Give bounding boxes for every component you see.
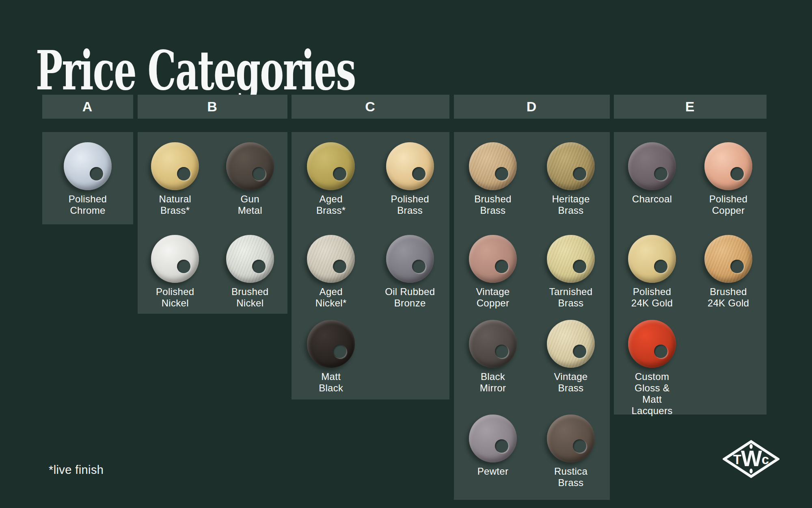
swatch-hole-icon: [573, 345, 586, 358]
category-d-letter: D: [527, 99, 538, 115]
swatch-matt-black: [307, 320, 355, 368]
finish-brushed-24k-gold: Brushed 24K Gold: [690, 235, 767, 309]
finish-pewter: Pewter: [454, 415, 532, 477]
finish-aged-brass: Aged Brass*: [292, 142, 371, 216]
swatch-gun-metal: [226, 142, 274, 190]
category-b-letter: B: [207, 99, 218, 115]
label-natural-brass: Natural Brass*: [159, 193, 191, 216]
label-brushed-brass: Brushed Brass: [474, 193, 512, 216]
swatch-hole-icon: [573, 167, 586, 180]
swatch-tarnished-brass: [547, 235, 595, 283]
swatch-hole-icon: [654, 345, 667, 358]
category-b-panel: Natural Brass*Gun MetalPolished NickelBr…: [138, 132, 287, 314]
finish-matt-black: Matt Black: [292, 320, 371, 394]
swatch-hole-icon: [573, 260, 586, 273]
category-c-header: C: [292, 95, 449, 119]
swatch-hole-icon: [573, 439, 586, 453]
swatch-polished-nickel: [151, 235, 199, 283]
swatch-polished-chrome: [64, 142, 112, 190]
swatch-hole-icon: [177, 260, 190, 273]
label-vintage-copper: Vintage Copper: [476, 286, 510, 309]
finish-tarnished-brass: Tarnished Brass: [532, 235, 610, 309]
swatch-black-mirror: [469, 320, 517, 368]
swatch-hole-icon: [333, 167, 346, 180]
finish-rustica-brass: Rustica Brass: [532, 415, 610, 488]
swatch-hole-icon: [333, 260, 346, 273]
label-polished-chrome: Polished Chrome: [69, 193, 107, 216]
label-custom-lacquers: Custom Gloss & Matt Lacquers: [631, 371, 672, 417]
swatch-hole-icon: [252, 167, 266, 180]
swatch-hole-icon: [177, 167, 190, 180]
swatch-custom-lacquers: [628, 320, 676, 368]
label-oil-rubbed-bronze: Oil Rubbed Bronze: [385, 286, 435, 309]
category-c-letter: C: [365, 99, 376, 115]
label-heritage-brass: Heritage Brass: [552, 193, 590, 216]
label-polished-nickel: Polished Nickel: [156, 286, 194, 309]
finish-heritage-brass: Heritage Brass: [532, 142, 610, 216]
swatch-polished-brass: [386, 142, 434, 190]
finish-custom-lacquers: Custom Gloss & Matt Lacquers: [614, 320, 690, 417]
label-aged-nickel: Aged Nickel*: [315, 286, 347, 309]
swatch-hole-icon: [412, 167, 425, 180]
finish-oil-rubbed-bronze: Oil Rubbed Bronze: [371, 235, 450, 309]
finish-vintage-brass: Vintage Brass: [532, 320, 610, 394]
finish-brushed-brass: Brushed Brass: [454, 142, 532, 216]
swatch-vintage-brass: [547, 320, 595, 368]
swatch-aged-nickel: [307, 235, 355, 283]
category-d-panel: Brushed BrassHeritage BrassVintage Coppe…: [454, 132, 610, 500]
swatch-vintage-copper: [469, 235, 517, 283]
swatch-brushed-24k-gold: [704, 235, 752, 283]
label-rustica-brass: Rustica Brass: [554, 466, 587, 488]
label-brushed-nickel: Brushed Nickel: [231, 286, 269, 309]
category-e-letter: E: [685, 99, 695, 115]
category-e-header: E: [614, 95, 767, 119]
category-a-letter: A: [82, 99, 93, 115]
swatch-polished-copper: [704, 142, 752, 190]
category-e-panel: CharcoalPolished CopperPolished 24K Gold…: [614, 132, 767, 415]
label-tarnished-brass: Tarnished Brass: [549, 286, 593, 309]
page-title: Price Categories: [36, 41, 355, 101]
twc-logo: TWc: [723, 440, 780, 479]
label-aged-brass: Aged Brass*: [316, 193, 346, 216]
swatch-rustica-brass: [547, 415, 595, 462]
finish-vintage-copper: Vintage Copper: [454, 235, 532, 309]
finish-natural-brass: Natural Brass*: [138, 142, 213, 216]
label-gun-metal: Gun Metal: [238, 193, 262, 216]
swatch-heritage-brass: [547, 142, 595, 190]
finish-brushed-nickel: Brushed Nickel: [213, 235, 288, 309]
label-brushed-24k-gold: Brushed 24K Gold: [708, 286, 749, 309]
swatch-hole-icon: [495, 439, 508, 453]
finish-aged-nickel: Aged Nickel*: [292, 235, 371, 309]
price-categories-poster: Price Categories APolished ChromeBNatura…: [0, 0, 812, 508]
swatch-hole-icon: [495, 260, 508, 273]
swatch-charcoal: [628, 142, 676, 190]
label-charcoal: Charcoal: [632, 193, 672, 205]
category-c-panel: Aged Brass*Polished BrassAged Nickel*Oil…: [292, 132, 449, 399]
swatch-pewter: [469, 415, 517, 462]
swatch-hole-icon: [730, 167, 744, 180]
finish-polished-24k-gold: Polished 24K Gold: [614, 235, 690, 309]
label-polished-brass: Polished Brass: [391, 193, 429, 216]
label-matt-black: Matt Black: [319, 371, 343, 394]
swatch-hole-icon: [333, 345, 346, 358]
category-a-header: A: [42, 95, 133, 119]
swatch-brushed-brass: [469, 142, 517, 190]
category-d-header: D: [454, 95, 610, 119]
swatch-hole-icon: [252, 260, 266, 273]
swatch-natural-brass: [151, 142, 199, 190]
swatch-hole-icon: [654, 260, 667, 273]
swatch-hole-icon: [654, 167, 667, 180]
finish-polished-copper: Polished Copper: [690, 142, 767, 216]
swatch-hole-icon: [730, 260, 744, 273]
category-b-header: B: [138, 95, 287, 119]
finish-polished-brass: Polished Brass: [371, 142, 450, 216]
swatch-hole-icon: [495, 167, 508, 180]
finish-gun-metal: Gun Metal: [213, 142, 288, 216]
swatch-aged-brass: [307, 142, 355, 190]
swatch-hole-icon: [412, 260, 425, 273]
finish-charcoal: Charcoal: [614, 142, 690, 205]
category-a-panel: Polished Chrome: [42, 132, 133, 224]
finish-polished-chrome: Polished Chrome: [42, 142, 133, 216]
swatch-hole-icon: [90, 167, 103, 180]
finish-black-mirror: Black Mirror: [454, 320, 532, 394]
